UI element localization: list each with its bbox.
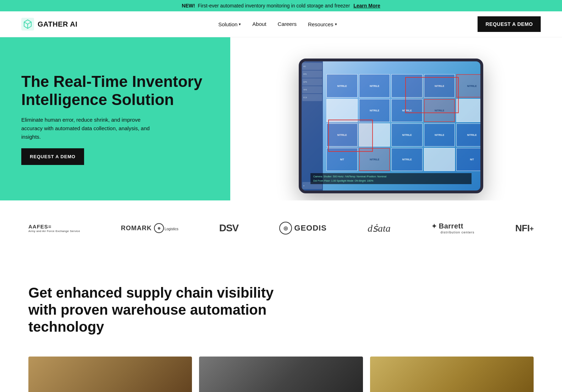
nav-careers[interactable]: Careers xyxy=(278,21,297,27)
learn-more-link[interactable]: Learn More xyxy=(353,3,380,9)
tablet-mockup: AG FPS GPS YPR FCR ● NITRILE NITRILE NIT… xyxy=(299,59,483,193)
hero-title: The Real-Time Inventory Intelligence Sol… xyxy=(21,73,209,109)
screen-info-bar: Camera: Shutter: 500 Horiz: /VidTemp: No… xyxy=(310,173,472,184)
nav-about[interactable]: About xyxy=(252,21,266,27)
hero-subtitle: Eliminate human error, reduce shrink, an… xyxy=(21,116,156,141)
card-1 xyxy=(28,357,192,392)
announcement-badge: NEW! xyxy=(182,3,195,9)
card-2 xyxy=(199,357,363,392)
gather-ai-logo-icon xyxy=(21,18,34,31)
logo-dnata: dṡata xyxy=(368,222,391,234)
logo-romark: ROMARK ⊕ Logistics xyxy=(121,223,178,233)
logo-barrett: ✦ Barrett distribution centers xyxy=(431,222,475,234)
logo-link[interactable]: GATHER AI xyxy=(21,18,77,31)
supply-section: Get enhanced supply chain visibility wit… xyxy=(0,256,562,349)
cards-section xyxy=(0,349,562,392)
nav-request-demo-button[interactable]: REQUEST A DEMO xyxy=(478,16,541,32)
logo-text: GATHER AI xyxy=(38,20,77,28)
nav-resources[interactable]: Resources xyxy=(308,21,337,27)
announcement-text: First-ever automated inventory monitorin… xyxy=(198,3,350,9)
card-3 xyxy=(370,357,534,392)
logo-dsv: DSV xyxy=(219,222,239,234)
hero-image: AG FPS GPS YPR FCR ● NITRILE NITRILE NIT… xyxy=(230,37,562,200)
nav-links: Solution About Careers Resources xyxy=(218,21,337,27)
hero-section: The Real-Time Inventory Intelligence Sol… xyxy=(0,37,562,200)
supply-title: Get enhanced supply chain visibility wit… xyxy=(28,284,298,335)
hero-left: The Real-Time Inventory Intelligence Sol… xyxy=(0,37,230,200)
logo-geodis: ◎ GEODIS xyxy=(279,222,327,234)
hero-right: AG FPS GPS YPR FCR ● NITRILE NITRILE NIT… xyxy=(230,37,562,200)
nav-solution[interactable]: Solution xyxy=(218,21,241,27)
announcement-bar: NEW! First-ever automated inventory moni… xyxy=(0,0,562,11)
logos-section: AAFES≡ Army and Air Force Exchange Servi… xyxy=(0,200,562,256)
logo-aafes: AAFES≡ Army and Air Force Exchange Servi… xyxy=(28,223,80,233)
logo-nfi: NFI+ xyxy=(515,223,534,234)
hero-request-demo-button[interactable]: REQUEST A DEMO xyxy=(21,148,84,165)
main-nav: GATHER AI Solution About Careers Resourc… xyxy=(0,11,562,37)
